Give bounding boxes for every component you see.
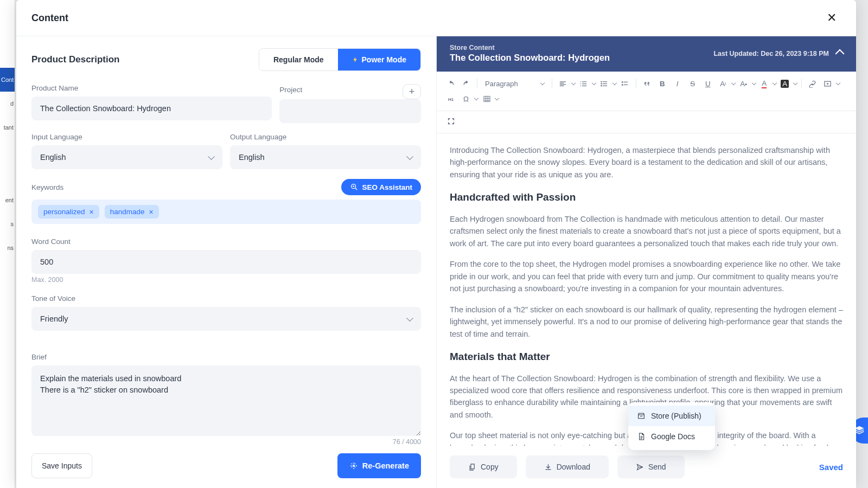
form-panel: Product Description Regular Mode Power M… [16,36,436,488]
modal-title: Content [31,12,68,24]
add-project-button[interactable]: + [403,84,421,99]
svg-point-4 [601,85,602,87]
word-count-label: Word Count [31,237,421,246]
project-label: Project [279,86,302,94]
editor-heading: Materials that Matter [450,349,843,364]
unordered-list-icon[interactable] [598,77,611,90]
underline-icon[interactable]: U [701,77,714,90]
editor-paragraph: Each Hydrogen snowboard from The Collect… [450,213,843,249]
copy-button[interactable]: Copy [450,455,517,478]
seo-assistant-button[interactable]: SEO Assistant [341,179,421,195]
output-title: The Collection Snowboard: Hydrogen [450,53,610,63]
saved-status: Saved [819,463,843,472]
svg-point-1 [353,465,355,467]
form-heading: Product Description [31,54,119,65]
media-icon[interactable] [821,77,834,90]
close-button[interactable]: ✕ [822,10,841,26]
editor-paragraph: Introducing The Collection Snowboard: Hy… [450,144,843,181]
output-footer: Copy Download Send Saved [437,446,856,488]
svg-point-3 [601,83,602,85]
special-char-icon[interactable]: Ω [459,92,473,105]
save-inputs-button[interactable]: Save Inputs [31,453,92,478]
bg-nav-item: tant [0,115,15,139]
product-name-label: Product Name [31,84,272,92]
keywords-label: Keywords [31,183,63,191]
svg-point-2 [601,81,602,82]
table-icon[interactable] [480,92,493,105]
tone-select[interactable]: Friendly [31,307,421,331]
output-header: Store Content The Collection Snowboard: … [437,36,856,72]
keywords-input[interactable]: personalized× handmade× [31,200,421,224]
bg-nav-content: Cont [0,68,15,92]
svg-text:H1: H1 [448,97,454,101]
font-family-icon[interactable]: AI [717,77,730,90]
editor-paragraph: The inclusion of a "h2" sticker on each … [450,304,843,340]
brief-label: Brief [31,353,421,361]
background-sidebar: Cont d tant ent s ns [0,0,15,488]
undo-icon[interactable] [444,77,457,90]
quote-icon[interactable] [641,77,654,90]
power-mode-button[interactable]: Power Mode [338,49,420,70]
keyword-chip: personalized× [38,205,99,219]
output-panel: Store Content The Collection Snowboard: … [436,36,856,488]
regular-mode-button[interactable]: Regular Mode [259,49,338,70]
download-button[interactable]: Download [526,455,609,478]
output-supertitle: Store Content [450,44,610,52]
output-language-label: Output Language [230,133,421,141]
regenerate-button[interactable]: Re-Generate [337,453,421,478]
editor-toolbar: Paragraph B I S U AI A▴ A A H1 [437,72,856,111]
brief-counter: 76 / 4000 [31,438,421,446]
bg-nav-item: s [0,212,15,236]
align-icon[interactable] [557,77,570,90]
redo-icon[interactable] [459,77,473,90]
editor-heading: Handcrafted with Passion [450,189,843,205]
mode-toggle: Regular Mode Power Mode [259,48,421,71]
send-gdocs-option[interactable]: Google Docs [628,426,715,447]
input-language-label: Input Language [31,133,222,141]
tone-label: Tone of Voice [31,294,421,303]
heading-icon[interactable]: H1 [444,92,457,105]
fullscreen-icon[interactable] [444,114,457,127]
chip-remove-icon[interactable]: × [149,208,154,216]
bg-nav-item: d [0,92,15,115]
highlight-icon[interactable]: A [778,77,792,90]
last-updated: Last Updated: Dec 26, 2023 9:18 PM [713,50,829,57]
product-name-input[interactable] [31,97,272,120]
send-popup: Store (Publish) Google Docs [628,402,715,450]
word-count-input[interactable] [31,250,421,274]
bold-icon[interactable]: B [656,77,669,90]
bg-nav-item: ent [0,188,15,212]
link-icon[interactable] [806,77,819,90]
bg-nav-item: ns [0,236,15,260]
block-format-select[interactable]: Paragraph [482,80,547,88]
project-input[interactable] [279,99,421,123]
editor-content[interactable]: Introducing The Collection Snowboard: Hy… [437,133,856,446]
font-size-icon[interactable]: A▴ [737,77,750,90]
italic-icon[interactable]: I [671,77,684,90]
strikethrough-icon[interactable]: S [686,77,699,90]
collapse-icon[interactable] [835,49,845,58]
send-button[interactable]: Send [617,455,685,478]
modal-header: Content ✕ [16,0,856,36]
editor-paragraph: From the core to the top sheet, the Hydr… [450,258,843,294]
brief-textarea[interactable] [31,365,421,436]
send-store-option[interactable]: Store (Publish) [628,406,715,426]
ordered-list-icon[interactable] [577,77,590,90]
word-count-hint: Max. 2000 [31,276,421,284]
font-color-icon[interactable]: A [758,77,771,90]
keyword-chip: handmade× [105,205,159,219]
content-modal: Content ✕ Product Description Regular Mo… [16,0,856,488]
output-language-select[interactable]: English [230,145,421,169]
chip-remove-icon[interactable]: × [90,208,94,216]
input-language-select[interactable]: English [31,145,222,169]
checklist-icon[interactable] [618,77,631,90]
